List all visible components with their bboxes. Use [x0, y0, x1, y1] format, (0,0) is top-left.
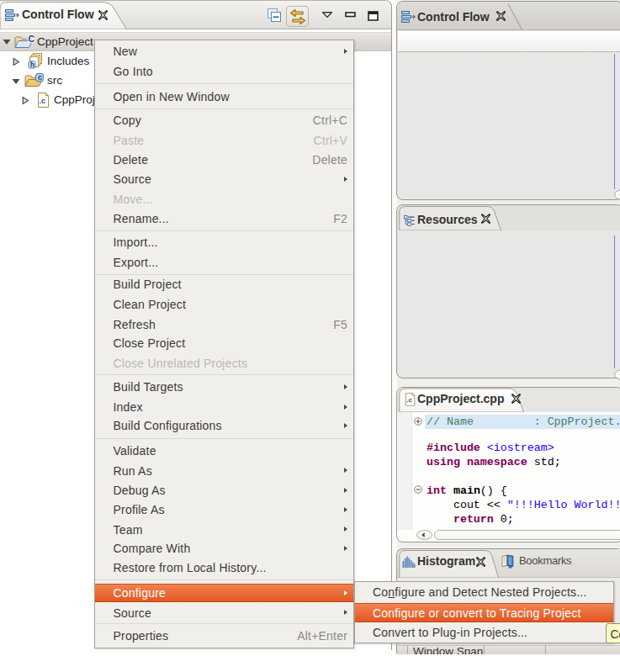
svg-text:c: c	[38, 73, 42, 82]
svg-text:h: h	[30, 61, 34, 69]
svg-text:.c: .c	[406, 396, 412, 404]
svg-text:.c: .c	[40, 97, 46, 105]
svg-text:C: C	[29, 34, 35, 44]
